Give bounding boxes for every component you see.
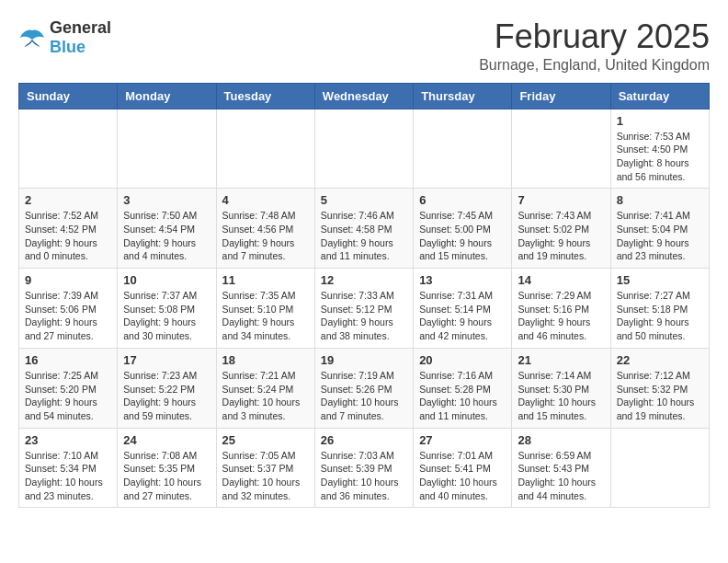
day-info: Sunrise: 7:33 AM Sunset: 5:12 PM Dayligh… (321, 289, 407, 343)
day-number: 26 (321, 433, 407, 447)
calendar-cell: 14Sunrise: 7:29 AM Sunset: 5:16 PM Dayli… (512, 269, 610, 349)
calendar-cell: 27Sunrise: 7:01 AM Sunset: 5:41 PM Dayli… (414, 428, 512, 508)
day-info: Sunrise: 7:03 AM Sunset: 5:39 PM Dayligh… (321, 449, 407, 503)
day-info: Sunrise: 7:25 AM Sunset: 5:20 PM Dayligh… (25, 369, 111, 423)
calendar-cell: 11Sunrise: 7:35 AM Sunset: 5:10 PM Dayli… (216, 269, 314, 349)
weekday-header-sunday: Sunday (19, 83, 118, 109)
day-number: 21 (518, 353, 604, 367)
calendar-cell: 25Sunrise: 7:05 AM Sunset: 5:37 PM Dayli… (216, 428, 314, 508)
day-info: Sunrise: 7:14 AM Sunset: 5:30 PM Dayligh… (518, 369, 604, 423)
day-info: Sunrise: 7:19 AM Sunset: 5:26 PM Dayligh… (321, 369, 407, 423)
calendar-cell: 2Sunrise: 7:52 AM Sunset: 4:52 PM Daylig… (19, 189, 118, 269)
calendar-week-row: 2Sunrise: 7:52 AM Sunset: 4:52 PM Daylig… (19, 189, 710, 269)
day-info: Sunrise: 7:53 AM Sunset: 4:50 PM Dayligh… (617, 130, 703, 184)
calendar-cell: 12Sunrise: 7:33 AM Sunset: 5:12 PM Dayli… (314, 269, 413, 349)
logo-bird-icon (18, 27, 46, 49)
day-number: 6 (419, 193, 506, 207)
calendar-cell (314, 109, 413, 189)
calendar-cell: 23Sunrise: 7:10 AM Sunset: 5:34 PM Dayli… (19, 428, 118, 508)
weekday-header-row: SundayMondayTuesdayWednesdayThursdayFrid… (19, 83, 710, 109)
day-info: Sunrise: 7:35 AM Sunset: 5:10 PM Dayligh… (222, 289, 309, 343)
day-info: Sunrise: 7:10 AM Sunset: 5:34 PM Dayligh… (25, 449, 111, 503)
day-number: 22 (617, 353, 703, 367)
calendar-cell: 3Sunrise: 7:50 AM Sunset: 4:54 PM Daylig… (118, 189, 216, 269)
day-info: Sunrise: 7:29 AM Sunset: 5:16 PM Dayligh… (518, 289, 604, 343)
month-title: February 2025 (479, 18, 710, 55)
calendar-cell: 6Sunrise: 7:45 AM Sunset: 5:00 PM Daylig… (414, 189, 512, 269)
header: General Blue February 2025 Burnage, Engl… (18, 18, 710, 74)
day-info: Sunrise: 7:23 AM Sunset: 5:22 PM Dayligh… (123, 369, 210, 423)
day-number: 7 (518, 193, 604, 207)
calendar-cell: 7Sunrise: 7:43 AM Sunset: 5:02 PM Daylig… (512, 189, 610, 269)
day-number: 19 (321, 353, 407, 367)
day-number: 5 (321, 193, 407, 207)
day-number: 8 (617, 193, 703, 207)
calendar-cell: 9Sunrise: 7:39 AM Sunset: 5:06 PM Daylig… (19, 269, 118, 349)
day-info: Sunrise: 7:01 AM Sunset: 5:41 PM Dayligh… (419, 449, 506, 503)
calendar-week-row: 16Sunrise: 7:25 AM Sunset: 5:20 PM Dayli… (19, 348, 710, 428)
calendar-cell: 1Sunrise: 7:53 AM Sunset: 4:50 PM Daylig… (610, 109, 709, 189)
day-number: 28 (518, 433, 604, 447)
location-subtitle: Burnage, England, United Kingdom (479, 57, 710, 74)
day-number: 15 (617, 273, 703, 287)
calendar-week-row: 1Sunrise: 7:53 AM Sunset: 4:50 PM Daylig… (19, 109, 710, 189)
calendar-cell (512, 109, 610, 189)
calendar-cell: 4Sunrise: 7:48 AM Sunset: 4:56 PM Daylig… (216, 189, 314, 269)
calendar-table: SundayMondayTuesdayWednesdayThursdayFrid… (18, 83, 710, 509)
day-number: 4 (222, 193, 309, 207)
calendar-cell: 17Sunrise: 7:23 AM Sunset: 5:22 PM Dayli… (118, 348, 216, 428)
day-number: 25 (222, 433, 309, 447)
calendar-cell: 15Sunrise: 7:27 AM Sunset: 5:18 PM Dayli… (610, 269, 709, 349)
day-info: Sunrise: 7:50 AM Sunset: 4:54 PM Dayligh… (123, 209, 210, 263)
day-info: Sunrise: 7:08 AM Sunset: 5:35 PM Dayligh… (123, 449, 210, 503)
day-info: Sunrise: 7:46 AM Sunset: 4:58 PM Dayligh… (321, 209, 407, 263)
calendar-week-row: 23Sunrise: 7:10 AM Sunset: 5:34 PM Dayli… (19, 428, 710, 508)
day-number: 20 (419, 353, 506, 367)
day-info: Sunrise: 7:48 AM Sunset: 4:56 PM Dayligh… (222, 209, 309, 263)
title-area: February 2025 Burnage, England, United K… (479, 18, 710, 74)
weekday-header-friday: Friday (512, 83, 610, 109)
day-info: Sunrise: 7:05 AM Sunset: 5:37 PM Dayligh… (222, 449, 309, 503)
weekday-header-wednesday: Wednesday (314, 83, 413, 109)
logo-text: General Blue (50, 18, 111, 57)
day-info: Sunrise: 7:27 AM Sunset: 5:18 PM Dayligh… (617, 289, 703, 343)
calendar-cell: 13Sunrise: 7:31 AM Sunset: 5:14 PM Dayli… (414, 269, 512, 349)
day-number: 17 (123, 353, 210, 367)
calendar-cell (118, 109, 216, 189)
calendar-cell: 8Sunrise: 7:41 AM Sunset: 5:04 PM Daylig… (610, 189, 709, 269)
day-number: 14 (518, 273, 604, 287)
day-info: Sunrise: 7:52 AM Sunset: 4:52 PM Dayligh… (25, 209, 111, 263)
day-number: 10 (123, 273, 210, 287)
day-info: Sunrise: 7:39 AM Sunset: 5:06 PM Dayligh… (25, 289, 111, 343)
calendar-cell: 5Sunrise: 7:46 AM Sunset: 4:58 PM Daylig… (314, 189, 413, 269)
day-number: 24 (123, 433, 210, 447)
day-number: 11 (222, 273, 309, 287)
weekday-header-tuesday: Tuesday (216, 83, 314, 109)
calendar-cell: 16Sunrise: 7:25 AM Sunset: 5:20 PM Dayli… (19, 348, 118, 428)
logo-blue: Blue (50, 38, 85, 56)
day-number: 23 (25, 433, 111, 447)
calendar-cell: 10Sunrise: 7:37 AM Sunset: 5:08 PM Dayli… (118, 269, 216, 349)
calendar-cell (19, 109, 118, 189)
calendar-cell: 19Sunrise: 7:19 AM Sunset: 5:26 PM Dayli… (314, 348, 413, 428)
calendar-cell: 26Sunrise: 7:03 AM Sunset: 5:39 PM Dayli… (314, 428, 413, 508)
day-info: Sunrise: 7:21 AM Sunset: 5:24 PM Dayligh… (222, 369, 309, 423)
calendar-cell: 18Sunrise: 7:21 AM Sunset: 5:24 PM Dayli… (216, 348, 314, 428)
day-number: 13 (419, 273, 506, 287)
calendar-cell (610, 428, 709, 508)
calendar-cell (414, 109, 512, 189)
day-info: Sunrise: 7:31 AM Sunset: 5:14 PM Dayligh… (419, 289, 506, 343)
weekday-header-monday: Monday (118, 83, 216, 109)
day-info: Sunrise: 7:16 AM Sunset: 5:28 PM Dayligh… (419, 369, 506, 423)
day-number: 27 (419, 433, 506, 447)
weekday-header-thursday: Thursday (414, 83, 512, 109)
day-info: Sunrise: 7:45 AM Sunset: 5:00 PM Dayligh… (419, 209, 506, 263)
day-info: Sunrise: 7:43 AM Sunset: 5:02 PM Dayligh… (518, 209, 604, 263)
day-info: Sunrise: 7:12 AM Sunset: 5:32 PM Dayligh… (617, 369, 703, 423)
weekday-header-saturday: Saturday (610, 83, 709, 109)
day-number: 3 (123, 193, 210, 207)
day-number: 2 (25, 193, 111, 207)
calendar-cell: 20Sunrise: 7:16 AM Sunset: 5:28 PM Dayli… (414, 348, 512, 428)
calendar-cell: 22Sunrise: 7:12 AM Sunset: 5:32 PM Dayli… (610, 348, 709, 428)
day-number: 9 (25, 273, 111, 287)
